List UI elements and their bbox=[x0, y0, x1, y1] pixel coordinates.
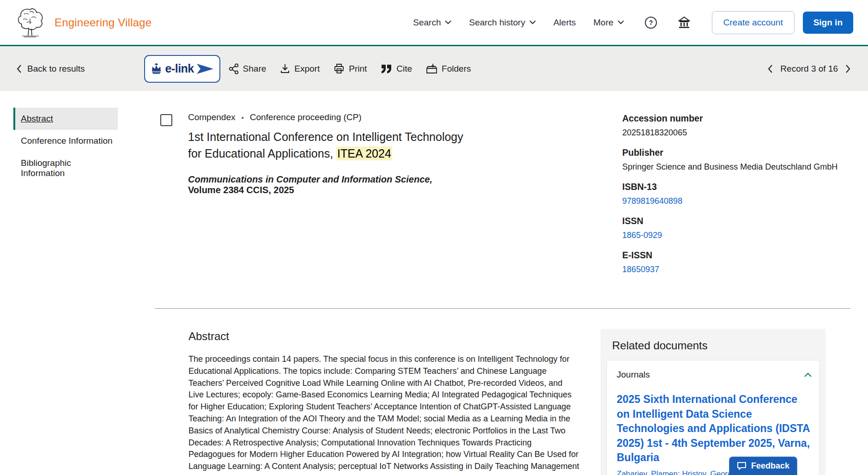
svg-text:?: ? bbox=[649, 19, 653, 26]
printer-icon bbox=[334, 63, 345, 74]
meta-label: ISBN-13 bbox=[622, 182, 850, 192]
record-section-nav: Abstract Conference Information Bibliogr… bbox=[0, 91, 118, 184]
chevron-down-icon bbox=[529, 20, 536, 24]
meta-eissn: E-ISSN 18650937 bbox=[622, 250, 850, 274]
elink-label: e-link bbox=[165, 62, 194, 75]
export-label: Export bbox=[294, 64, 320, 74]
previous-record-button[interactable] bbox=[768, 65, 773, 73]
nav-search-history-label: Search history bbox=[469, 18, 525, 28]
select-record-checkbox[interactable] bbox=[160, 114, 172, 126]
header-nav: Search Search history Alerts More bbox=[413, 18, 624, 28]
record-source-line: Communications in Computer and Informati… bbox=[188, 174, 467, 195]
record-pagination: Record 3 of 16 bbox=[768, 64, 850, 74]
crown-icon bbox=[150, 63, 163, 74]
quote-icon bbox=[381, 64, 392, 74]
sidebar-item-conference-information[interactable]: Conference Information bbox=[13, 130, 118, 152]
eissn-link[interactable]: 18650937 bbox=[622, 265, 850, 274]
journals-accordion-header[interactable]: Journals bbox=[617, 370, 812, 380]
share-label: Share bbox=[243, 64, 267, 74]
chevron-left-icon bbox=[17, 65, 22, 73]
database-label: Compendex bbox=[188, 112, 235, 122]
publisher-value: Springer Science and Business Media Deut… bbox=[622, 162, 850, 172]
header: Engineering Village Search Search histor… bbox=[0, 0, 868, 46]
help-icon: ? bbox=[644, 16, 657, 29]
folders-button[interactable]: Folders bbox=[426, 63, 471, 74]
cite-button[interactable]: Cite bbox=[381, 64, 412, 74]
record-title: 1st International Conference on Intellig… bbox=[188, 128, 467, 162]
download-icon bbox=[280, 63, 290, 74]
share-button[interactable]: Share bbox=[229, 63, 267, 74]
nav-alerts[interactable]: Alerts bbox=[553, 18, 576, 28]
meta-label: E-ISSN bbox=[622, 250, 850, 261]
abstract-row: Abstract The proceedings contain 14 pape… bbox=[155, 329, 850, 475]
chevron-down-icon bbox=[445, 20, 451, 24]
record-type-line: Compendex • Conference proceeding (CP) bbox=[188, 112, 467, 122]
next-record-button[interactable] bbox=[845, 65, 850, 73]
nav-more[interactable]: More bbox=[594, 18, 624, 28]
isbn13-link[interactable]: 9789819640898 bbox=[622, 196, 850, 206]
institution-button[interactable] bbox=[678, 16, 691, 29]
speech-bubble-icon bbox=[737, 462, 747, 470]
brand-title[interactable]: Engineering Village bbox=[55, 16, 152, 29]
cite-label: Cite bbox=[396, 64, 412, 74]
nav-alerts-label: Alerts bbox=[553, 18, 576, 28]
meta-label: ISSN bbox=[622, 216, 850, 226]
print-label: Print bbox=[349, 64, 367, 74]
back-to-results-label: Back to results bbox=[27, 64, 85, 74]
meta-isbn13: ISBN-13 9789819640898 bbox=[622, 182, 850, 206]
chevron-down-icon bbox=[618, 20, 624, 24]
meta-issn: ISSN 1865-0929 bbox=[622, 216, 850, 240]
record-title-text: 1st International Conference on Intellig… bbox=[188, 130, 463, 160]
folder-add-icon bbox=[426, 63, 437, 74]
related-documents-heading: Related documents bbox=[612, 339, 819, 352]
engineering-village-record-page: Engineering Village Search Search histor… bbox=[0, 0, 868, 475]
nav-search[interactable]: Search bbox=[413, 18, 451, 28]
print-button[interactable]: Print bbox=[334, 63, 367, 74]
search-term-highlight: ITEA 2024 bbox=[336, 146, 392, 160]
elsevier-tree-logo[interactable] bbox=[16, 7, 44, 38]
record-content: Compendex • Conference proceeding (CP) 1… bbox=[118, 91, 868, 475]
nav-more-label: More bbox=[594, 18, 613, 28]
nav-search-label: Search bbox=[413, 18, 441, 28]
related-documents-panel: Related documents Journals 2025 Sixth In… bbox=[601, 329, 826, 475]
elink-arrow-icon bbox=[196, 62, 214, 75]
export-button[interactable]: Export bbox=[280, 63, 320, 74]
document-type-label: Conference proceeding (CP) bbox=[250, 112, 362, 122]
chevron-up-icon[interactable] bbox=[804, 372, 812, 377]
back-to-results-link[interactable]: Back to results bbox=[17, 64, 85, 74]
source-journal-name: Communications in Computer and Informati… bbox=[188, 174, 432, 184]
abstract-heading: Abstract bbox=[188, 330, 579, 343]
sidebar-item-abstract[interactable]: Abstract bbox=[13, 108, 118, 130]
section-divider bbox=[155, 308, 850, 309]
record-toolbar: Back to results e-link bbox=[0, 46, 868, 91]
sidebar-item-bibliographic-information[interactable]: Bibliographic Information bbox=[13, 152, 118, 184]
record-actions: Share Export Print bbox=[229, 63, 471, 74]
help-button[interactable]: ? bbox=[644, 16, 657, 29]
feedback-button[interactable]: Feedback bbox=[729, 457, 797, 475]
related-document-link[interactable]: 2025 Sixth International Conference on I… bbox=[617, 392, 812, 465]
source-volume-info: Volume 2384 CCIS, 2025 bbox=[188, 185, 294, 195]
institution-bank-icon bbox=[678, 16, 691, 29]
abstract-section: Abstract The proceedings contain 14 pape… bbox=[155, 329, 601, 475]
record-header-row: Compendex • Conference proceeding (CP) 1… bbox=[155, 112, 850, 284]
record-meta-column: Accession number 20251818320065 Publishe… bbox=[622, 112, 850, 284]
nav-search-history[interactable]: Search history bbox=[469, 18, 535, 28]
meta-publisher: Publisher Springer Science and Business … bbox=[622, 147, 850, 172]
meta-accession-number: Accession number 20251818320065 bbox=[622, 113, 850, 138]
main-area: Abstract Conference Information Bibliogr… bbox=[0, 91, 868, 475]
elink-button[interactable]: e-link bbox=[144, 55, 220, 83]
create-account-button[interactable]: Create account bbox=[712, 11, 795, 34]
folders-label: Folders bbox=[442, 64, 471, 74]
share-icon bbox=[229, 63, 239, 74]
sign-in-button[interactable]: Sign in bbox=[803, 12, 853, 34]
separator-dot: • bbox=[241, 114, 243, 122]
journals-group-label: Journals bbox=[617, 370, 650, 380]
abstract-text: The proceedings contain 14 papers. The s… bbox=[188, 353, 579, 475]
meta-label: Accession number bbox=[622, 113, 850, 124]
accession-number-value: 20251818320065 bbox=[622, 128, 850, 138]
feedback-label: Feedback bbox=[751, 461, 789, 471]
meta-label: Publisher bbox=[622, 147, 850, 158]
record-position-label: Record 3 of 16 bbox=[780, 64, 838, 74]
issn-link[interactable]: 1865-0929 bbox=[622, 231, 850, 240]
record-title-block: Compendex • Conference proceeding (CP) 1… bbox=[188, 112, 467, 195]
